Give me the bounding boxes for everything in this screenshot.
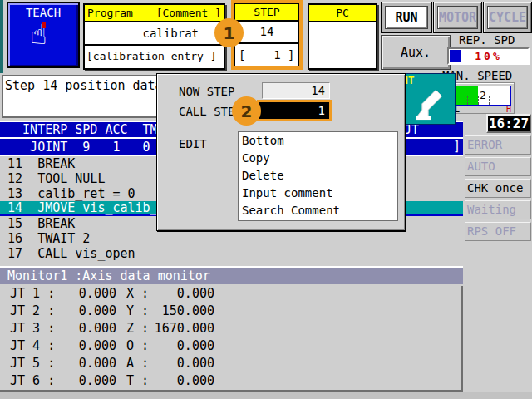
man-speed-track: 2 <box>456 86 511 106</box>
edit-item-delete[interactable]: Delete <box>239 167 397 185</box>
rep-spd-value: 10% <box>449 50 528 62</box>
jt-value: 0.000 <box>48 321 116 336</box>
screen-edge-decor <box>0 0 3 73</box>
line-text: TOOL NULL <box>37 171 105 186</box>
rep-spd-bar: 10% <box>447 47 530 65</box>
line-number: 16 <box>0 231 22 246</box>
line-text: CALL vis_open <box>37 246 135 261</box>
step-box-inner: STEP 14 [ 1 ] <box>234 3 299 66</box>
status-chk-once: CHK once <box>465 179 531 198</box>
program-box-header: Program [Comment ] <box>85 5 224 22</box>
joint-data-right: ] <box>453 139 461 155</box>
status-rps-off: RPS OFF <box>465 222 531 241</box>
annotation-marker-1: 1 <box>214 18 244 47</box>
joint-data-left: JOINT 9 1 0 <box>0 140 150 155</box>
record-tool-icon <box>411 84 448 121</box>
call-step-field[interactable]: 1 <box>257 100 332 121</box>
line-text: BREAK <box>37 156 75 171</box>
axis-row: JT 4 :0.000O :0.000 <box>0 338 461 356</box>
edit-item-search-comment[interactable]: Search Comment <box>239 202 397 219</box>
aux-button-label: Aux. <box>401 45 431 60</box>
rep-spd-label: REP. SPD <box>459 33 515 47</box>
line-number: 11 <box>0 156 22 171</box>
line-number: 14 <box>0 200 22 215</box>
comment-title: [Comment ] <box>156 5 221 21</box>
line-number: 12 <box>0 171 22 186</box>
status-error: ERROR <box>465 135 531 155</box>
motor-button[interactable]: MOTOR <box>433 2 482 33</box>
axis-row: JT 2 :0.000Y :150.000 <box>0 303 461 321</box>
man-speed-gauge: 2 L H <box>452 82 515 114</box>
step-edit-dialog: NOW STEP 14 CALL STEP 1 EDIT Bottom Copy… <box>156 73 406 231</box>
axis-row: JT 6 :0.000T :0.000 <box>0 373 461 391</box>
hand-pointer-tip-icon <box>42 22 46 28</box>
status-waiting: Waiting <box>465 200 531 219</box>
axis-row: JT 3 :0.000Z :1670.000 <box>0 321 461 338</box>
bottom-strip <box>0 392 532 399</box>
program-comment: [calibration entry ] <box>85 44 224 66</box>
line-text: calib_ret = 0 <box>37 186 135 201</box>
step-now-value: 14 <box>235 22 298 42</box>
jt-value: 0.000 <box>48 286 116 301</box>
cycle-button[interactable]: CYCLE <box>483 2 532 33</box>
edit-item-bottom[interactable]: Bottom <box>239 132 397 150</box>
motor-button-label: MOTOR <box>437 6 478 29</box>
jt-value: 0.000 <box>48 338 116 353</box>
axis-value: 0.000 <box>141 373 214 388</box>
now-step-field: 14 <box>262 82 330 99</box>
axis-value: 0.000 <box>141 356 214 371</box>
program-name: calibrat <box>85 22 224 44</box>
annotation-marker-2: 2 <box>232 96 261 126</box>
step-title: STEP <box>235 4 298 22</box>
pc-title: PC <box>309 5 376 22</box>
jt-value: 0.000 <box>48 373 116 388</box>
axis-value: 0.000 <box>141 338 214 353</box>
run-button-label: RUN <box>385 6 428 29</box>
line-text: JMOVE vis_calib_s <box>37 200 165 215</box>
edit-menu-list: Bottom Copy Delete Input comment Search … <box>238 131 398 221</box>
status-auto: AUTO <box>465 157 531 176</box>
axis-monitor-panel: JT 1 :0.000X :0.000 JT 2 :0.000Y :150.00… <box>0 286 463 392</box>
program-line[interactable]: 16 TWAIT 2 <box>0 231 463 246</box>
aux-button[interactable]: Aux. <box>381 35 451 70</box>
program-box[interactable]: Program [Comment ] calibrat [calibration… <box>83 3 225 70</box>
clock-display: 16:27 <box>486 114 531 133</box>
now-step-label: NOW STEP <box>179 85 234 98</box>
axis-value: 1670.000 <box>141 321 214 336</box>
gauge-tick <box>489 96 490 105</box>
position-record-button[interactable]: NT <box>399 73 456 125</box>
gauge-tick <box>500 96 501 105</box>
jt-value: 0.000 <box>48 356 116 371</box>
gauge-tick <box>478 96 480 105</box>
pc-box[interactable]: PC <box>308 3 377 70</box>
program-title: Program <box>87 5 133 21</box>
edit-item-copy[interactable]: Copy <box>239 150 397 167</box>
monitor-title-bar: Monitor1 :Axis data monitor <box>0 266 463 284</box>
axis-value: 0.000 <box>141 286 214 301</box>
man-speed-high-label: H <box>506 105 511 114</box>
line-text: BREAK <box>37 216 75 231</box>
jt-value: 0.000 <box>48 303 116 318</box>
edit-label: EDIT <box>179 137 207 150</box>
step-data-header-left: INTERP SPD ACC TMR <box>0 122 165 137</box>
teach-mode-button[interactable]: TEACH ☝ <box>7 2 80 68</box>
edit-item-input-comment[interactable]: Input comment <box>239 185 397 202</box>
axis-row: JT 1 :0.000X :0.000 <box>0 286 461 303</box>
line-number: 17 <box>0 246 22 261</box>
teach-pendant-screen: TEACH ☝ Program [Comment ] calibrat [cal… <box>0 0 532 399</box>
gauge-tick <box>467 96 469 105</box>
axis-value: 150.000 <box>141 303 214 318</box>
man-speed-value: 2 <box>480 89 486 101</box>
line-number: 15 <box>0 216 22 231</box>
axis-row: JT 5 :0.000A :0.000 <box>0 356 461 373</box>
line-number: 13 <box>0 186 22 201</box>
program-line[interactable]: 17 CALL vis_open <box>0 246 463 261</box>
line-text: TWAIT 2 <box>37 231 90 246</box>
run-button[interactable]: RUN <box>381 2 432 33</box>
cycle-button-label: CYCLE <box>487 6 528 29</box>
step-call-value: [ 1 ] <box>235 42 298 66</box>
